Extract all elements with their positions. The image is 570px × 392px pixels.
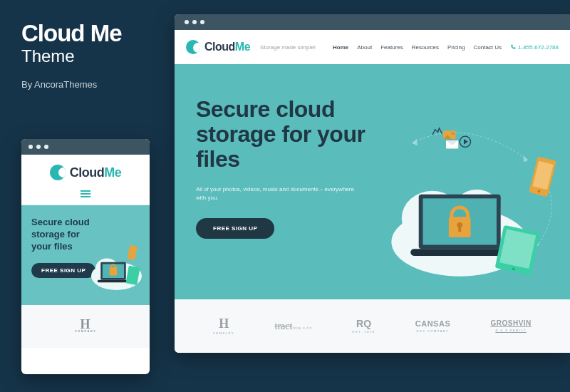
desktop-preview: CloudMe Storage made simple! Home About …: [175, 14, 570, 353]
mobile-brands-row: H COMPANY: [21, 305, 150, 348]
brand-logo-h: HCOMPANY: [213, 317, 234, 335]
brand-logo-h: H COMPANY: [75, 320, 97, 333]
tagline: Storage made simple!: [260, 44, 316, 51]
logo-icon: [50, 165, 66, 180]
signup-button[interactable]: FREE SIGN UP: [196, 218, 274, 239]
hero-subtitle: All of your photos, videos, music and do…: [196, 185, 360, 202]
desktop-titlebar: [175, 14, 570, 30]
mobile-hero: Secure cloud storage for your files FREE…: [21, 205, 150, 305]
product-title: Cloud Me: [21, 21, 164, 45]
brand-logo-tract: tract2016 F.CC: [275, 321, 313, 332]
nav-contact[interactable]: Contact Us: [473, 44, 502, 51]
nav-about[interactable]: About: [357, 44, 372, 51]
mobile-titlebar: [21, 139, 150, 155]
product-subtitle: Theme: [21, 46, 164, 66]
phone-link[interactable]: 1-855-672-2788: [510, 44, 559, 51]
mobile-header: CloudMe: [21, 155, 150, 205]
svg-rect-24: [410, 249, 509, 256]
window-dot: [185, 20, 189, 24]
nav-pricing[interactable]: Pricing: [447, 44, 465, 51]
svg-marker-18: [464, 139, 468, 145]
hero-title: Secure cloud storage for your files: [196, 97, 381, 172]
window-dot: [28, 145, 33, 149]
svg-rect-6: [98, 280, 129, 283]
logo[interactable]: CloudMe: [186, 40, 250, 54]
brands-row: HCOMPANY tract2016 F.CC RQEST. 2016 CANS…: [175, 299, 570, 353]
brand-logo-groshvin: GROSHVING & F FAMILY: [490, 320, 531, 332]
window-dot: [200, 20, 204, 24]
hero-illustration: [363, 123, 563, 287]
nav-home[interactable]: Home: [333, 44, 348, 51]
hamburger-icon[interactable]: [81, 190, 90, 197]
nav-resources[interactable]: Resources: [412, 44, 439, 51]
svg-marker-9: [523, 155, 528, 163]
svg-rect-28: [458, 225, 461, 232]
product-sidebar: Cloud Me Theme By AncoraThemes: [21, 21, 164, 90]
logo-icon: [186, 40, 200, 54]
mobile-hero-illustration: [81, 238, 145, 295]
logo-text: CloudMe: [70, 165, 122, 180]
product-byline: By AncoraThemes: [21, 79, 164, 90]
logo-text: CloudMe: [204, 41, 250, 53]
window-dot: [36, 145, 41, 149]
svg-marker-11: [412, 139, 418, 146]
nav-features[interactable]: Features: [380, 44, 403, 51]
main-nav: Home About Features Resources Pricing Co…: [333, 44, 559, 51]
hero-section: Secure cloud storage for your files All …: [175, 64, 570, 299]
desktop-header: CloudMe Storage made simple! Home About …: [175, 30, 570, 64]
logo[interactable]: CloudMe: [50, 165, 122, 180]
window-dot: [192, 20, 197, 24]
mobile-preview: CloudMe Secure cloud storage for your fi…: [21, 139, 150, 374]
svg-rect-8: [127, 245, 137, 260]
window-dot: [44, 145, 48, 149]
svg-point-14: [452, 132, 455, 135]
brand-logo-cansas: CANSASREX COMPANY: [415, 320, 450, 333]
phone-icon: [510, 44, 516, 50]
brand-logo-rq: RQEST. 2016: [353, 319, 375, 334]
